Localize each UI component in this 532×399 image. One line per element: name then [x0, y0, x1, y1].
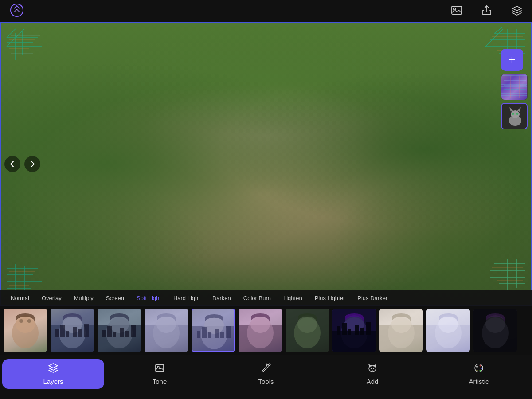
layers-tab-icon [48, 363, 59, 376]
blend-colorburn[interactable]: Color Burn [237, 293, 277, 303]
thumb-overlay[interactable] [51, 309, 94, 352]
svg-rect-84 [208, 332, 211, 338]
tab-add[interactable]: Add [321, 359, 423, 389]
tab-layers[interactable]: Layers [2, 359, 104, 389]
svg-point-56 [19, 319, 23, 323]
svg-point-124 [480, 370, 481, 372]
svg-rect-102 [360, 328, 364, 335]
svg-rect-66 [84, 324, 89, 337]
svg-rect-0 [452, 6, 462, 14]
svg-rect-71 [107, 326, 112, 337]
leaves-overlay [0, 22, 532, 306]
svg-rect-99 [342, 323, 347, 335]
svg-point-125 [477, 370, 478, 371]
svg-rect-83 [202, 327, 207, 338]
svg-rect-75 [131, 325, 136, 337]
layers-panel: + [501, 49, 528, 129]
svg-rect-86 [220, 332, 224, 338]
svg-point-115 [369, 365, 376, 372]
svg-rect-70 [102, 330, 106, 337]
thumb-normal[interactable] [4, 309, 47, 352]
blend-hardlight[interactable]: Hard Light [167, 293, 206, 303]
blend-darken[interactable]: Darken [206, 293, 237, 303]
svg-rect-103 [366, 322, 371, 335]
thumbnails-strip [0, 306, 532, 355]
image-icon[interactable] [450, 4, 463, 18]
svg-point-118 [371, 368, 372, 369]
layer-thumb-1[interactable] [501, 74, 528, 100]
svg-rect-87 [226, 326, 231, 338]
bottom-tabbar: Layers Tone Tools [0, 355, 532, 399]
tab-add-label: Add [367, 378, 379, 385]
svg-rect-100 [348, 329, 351, 335]
blend-plusdarker[interactable]: Plus Darker [351, 293, 394, 303]
thumb-softlight[interactable] [192, 309, 235, 352]
tab-tone-label: Tone [153, 378, 167, 385]
blend-lighten[interactable]: Lighten [277, 293, 309, 303]
tools-tab-icon [261, 363, 271, 376]
tab-tools-label: Tools [258, 378, 274, 385]
svg-point-122 [480, 365, 481, 367]
svg-rect-64 [73, 327, 77, 337]
svg-rect-61 [55, 329, 59, 337]
share-icon[interactable] [481, 4, 493, 18]
svg-rect-113 [156, 364, 164, 372]
blend-normal[interactable]: Normal [4, 293, 35, 303]
svg-rect-65 [78, 329, 82, 337]
thumb-darken[interactable] [286, 309, 329, 352]
add-tab-icon [367, 363, 378, 376]
svg-line-21 [485, 29, 503, 47]
glitch-corner-tl [2, 24, 60, 82]
blend-softlight[interactable]: Soft Light [130, 293, 167, 303]
svg-rect-74 [125, 331, 129, 337]
thumb-pluslighter[interactable] [426, 309, 470, 352]
blend-pluslighter[interactable]: Plus Lighter [309, 293, 352, 303]
canvas-composite [0, 22, 532, 306]
nav-arrow-right[interactable] [24, 156, 40, 172]
layer-thumb-2[interactable] [501, 103, 528, 129]
svg-rect-98 [337, 326, 340, 335]
topbar-icons [450, 4, 523, 18]
svg-point-121 [476, 366, 478, 368]
svg-point-57 [27, 319, 31, 323]
canvas-area[interactable]: + [0, 22, 532, 306]
blend-screen[interactable]: Screen [100, 293, 130, 303]
svg-rect-73 [120, 328, 124, 337]
svg-point-119 [373, 368, 374, 369]
thumb-plusdarker[interactable] [473, 309, 517, 352]
thumb-screen[interactable] [145, 309, 188, 352]
svg-line-8 [7, 29, 16, 38]
artistic-tab-icon [473, 363, 484, 376]
blend-mode-strip: Normal Overlay Multiply Screen Soft Ligh… [0, 290, 532, 306]
thumb-lighten[interactable] [379, 309, 423, 352]
tab-artistic[interactable]: Artistic [428, 359, 530, 389]
svg-point-52 [516, 113, 519, 115]
tab-artistic-label: Artistic [469, 378, 489, 385]
blend-multiply[interactable]: Multiply [68, 293, 100, 303]
nav-arrow-left[interactable] [4, 156, 20, 172]
svg-rect-72 [113, 332, 116, 337]
app-logo[interactable] [9, 2, 25, 20]
add-layer-button[interactable]: + [501, 49, 523, 71]
svg-rect-85 [215, 329, 219, 338]
tab-layers-label: Layers [43, 378, 63, 385]
tab-tone[interactable]: Tone [109, 359, 211, 389]
top-bar [0, 0, 532, 22]
blend-overlay[interactable]: Overlay [35, 293, 68, 303]
svg-rect-62 [60, 325, 65, 337]
svg-point-123 [481, 368, 482, 369]
svg-rect-82 [197, 331, 200, 338]
tab-tools[interactable]: Tools [215, 359, 317, 389]
thumb-multiply[interactable] [98, 309, 141, 352]
layers-stack-icon[interactable] [511, 4, 523, 18]
thumb-colorburn[interactable] [332, 309, 376, 352]
svg-rect-63 [66, 331, 69, 337]
svg-rect-101 [355, 325, 359, 335]
svg-point-51 [512, 113, 514, 115]
thumb-hardlight[interactable] [239, 309, 282, 352]
tone-tab-icon [154, 363, 165, 376]
